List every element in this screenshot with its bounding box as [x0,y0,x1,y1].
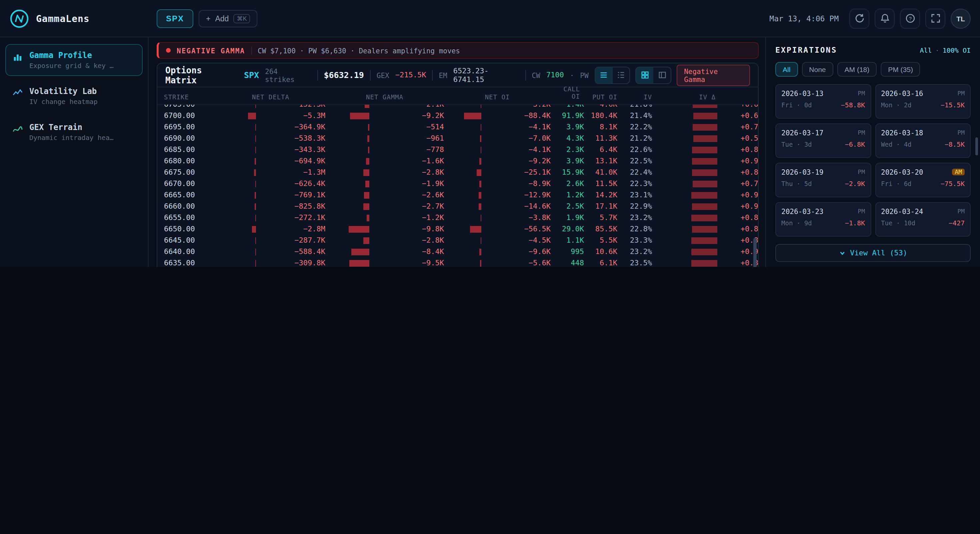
table-scrollbar[interactable] [753,238,757,267]
table-row[interactable]: 6685.00−343.3K−778−4.1K2.3K6.4K22.6%+0.8… [158,144,758,155]
put-oi-value: 6.1K [584,259,617,267]
net-gamma-value: −514 [369,123,444,131]
compact-view-button[interactable] [612,67,630,83]
net-oi-bar [444,169,481,176]
refresh-button[interactable] [850,8,869,28]
net-oi-value: −7.0K [481,134,550,143]
session-badge: PM [957,208,965,215]
expiration-card[interactable]: 2026-03-17PMTue · 3d−6.8K [775,123,871,158]
net-gamma-bar [325,260,369,266]
net-oi-bar [444,203,481,210]
help-icon: ? [905,13,915,23]
call-oi-value: 2.3K [550,145,584,154]
help-button[interactable]: ? [900,8,920,28]
matrix-rows: 6705.00−152.3K−2.1K−3.2K1.4K4.6K21.8%+0.… [158,105,758,267]
filter-all[interactable]: All [775,62,798,77]
table-row[interactable]: 6690.00−538.3K−961−7.0K4.3K11.3K21.2%+0.… [158,133,758,144]
add-ticker-button[interactable]: + Add ⌘K [199,10,257,27]
net-gamma-value: −9.5K [369,259,444,267]
net-gamma-value: −2.6K [369,191,444,199]
view-all-button[interactable]: View All (53) [775,244,970,262]
net-oi-value: −56.5K [481,225,550,233]
table-row[interactable]: 6705.00−152.3K−2.1K−3.2K1.4K4.6K21.8%+0.… [158,105,758,110]
expiration-card[interactable]: 2026-03-19PMThu · 5d−2.9K [775,163,871,197]
brand-name: GammaLens [36,13,90,24]
net-delta-value: −538.3K [256,134,325,143]
table-row[interactable]: 6635.00−309.8K−9.5K−5.6K4486.1K23.5%+0.8… [158,257,758,267]
fullscreen-button[interactable] [925,8,945,28]
table-row[interactable]: 6655.00−272.1K−1.2K−3.8K1.9K5.7K23.2%+0.… [158,212,758,223]
column-header-net-gamma: NET GAMMA [325,93,444,101]
table-row[interactable]: 6680.00−694.9K−1.6K−9.2K3.9K13.1K22.5%+0… [158,155,758,167]
expiration-card[interactable]: 2026-03-13PMFri · 0d−58.8K [775,84,871,119]
expirations-links: All · 100% OI [920,47,971,54]
expiration-date: 2026-03-18 [881,129,923,137]
net-oi-bar [444,146,481,153]
table-column-headers: STRIKE NET DELTA NET GAMMA NET OI CALL O… [158,87,758,105]
put-oi-value: 8.1K [584,123,617,131]
iv-bar [652,180,718,187]
table-row[interactable]: 6670.00−626.4K−1.9K−8.9K2.6K11.5K22.3%+0… [158,178,758,189]
filter-pm-35-[interactable]: PM (35) [881,62,920,77]
table-row[interactable]: 6640.00−588.4K−8.4K−9.6K99510.6K23.2%+0.… [158,246,758,257]
net-delta-value: −5.3M [256,111,325,120]
iv-value: 21.4% [617,111,652,120]
expiration-gex-value: −75.5K [941,180,965,188]
net-delta-value: −309.8K [256,259,325,267]
sidebar-item-volatility-lab[interactable]: Volatility Lab IV change heatmap [5,80,143,112]
top-bar: GammaLens SPX + Add ⌘K Mar 13, 4:06 PM ? [0,0,980,37]
expiration-date: 2026-03-20 [881,168,923,176]
table-row[interactable]: 6675.00−1.3M−2.8K−25.1K15.9K41.0K22.4%+0… [158,167,758,178]
expirations-scrollbar[interactable] [975,137,978,155]
notifications-button[interactable] [875,8,895,28]
net-oi-value: −12.9K [481,191,550,199]
net-gamma-bar [325,226,369,232]
divider [370,70,371,80]
expiration-date: 2026-03-13 [781,89,823,97]
expiration-meta: Fri · 0d [781,101,812,109]
table-row[interactable]: 6665.00−769.1K−2.6K−12.9K1.2K14.2K23.1%+… [158,189,758,201]
call-oi-value: 91.9K [550,111,584,120]
iv-bar [652,260,718,266]
table-row[interactable]: 6700.00−5.3M−9.2K−88.4K91.9K180.4K21.4%+… [158,110,758,121]
net-delta-value: −626.4K [256,180,325,188]
table-view-button[interactable] [595,67,612,83]
iv-bar [652,112,718,119]
iv-delta-value: +0.9% [718,247,758,256]
iv-value: 23.3% [617,236,652,245]
expiration-card[interactable]: 2026-03-23PMMon · 9d−1.8K [775,202,871,237]
iv-value: 21.2% [617,134,652,143]
strike-cell: 6640.00 [158,247,216,256]
table-row[interactable]: 6650.00−2.8M−9.8K−56.5K29.0K85.5K22.8%+0… [158,223,758,235]
sidebar-item-gamma-profile[interactable]: Gamma Profile Exposure grid & key … [5,44,143,76]
table-row[interactable]: 6645.00−287.7K−2.8K−4.5K1.1K5.5K23.3%+0.… [158,235,758,246]
expiration-card[interactable]: 2026-03-16PMMon · 2d−15.5K [875,84,970,119]
detail-view-button[interactable] [654,67,671,83]
link-100-oi[interactable]: 100% OI [943,47,970,54]
table-row[interactable]: 6695.00−364.9K−514−4.1K3.9K8.1K22.2%+0.7… [158,121,758,133]
net-delta-bar [216,105,256,108]
iv-bar [652,203,718,210]
call-oi-value: 29.0K [550,225,584,233]
filter-none[interactable]: None [802,62,833,77]
right-sidebar: EXPIRATIONS All · 100% OI AllNoneAM (18)… [765,37,980,267]
put-oi-value: 10.6K [584,247,617,256]
sidebar-item-gex-terrain[interactable]: GEX Terrain Dynamic intraday hea… [5,116,143,148]
expiration-meta: Tue · 10d [881,219,915,227]
net-oi-bar [444,226,481,232]
iv-bar [652,192,718,198]
table-row[interactable]: 6660.00−825.8K−2.7K−14.6K2.5K17.1K22.9%+… [158,201,758,212]
expiration-card[interactable]: 2026-03-24PMTue · 10d−427 [875,202,970,237]
grid-view-button[interactable] [636,67,654,83]
iv-bar [652,105,718,108]
user-avatar[interactable]: TL [951,8,970,28]
ticker-tab-spx[interactable]: SPX [157,9,193,28]
expiration-meta: Wed · 4d [881,141,912,148]
filter-am-18-[interactable]: AM (18) [837,62,877,77]
expiration-card[interactable]: 2026-03-18PMWed · 4d−8.5K [875,123,970,158]
sidebar-item-label: Volatility Lab [29,87,98,96]
session-badge: PM [858,208,865,215]
link-all[interactable]: All [920,47,932,54]
sidebar-item-label: Gamma Profile [29,51,114,60]
expiration-card[interactable]: 2026-03-20AMFri · 6d−75.5K [875,163,970,197]
